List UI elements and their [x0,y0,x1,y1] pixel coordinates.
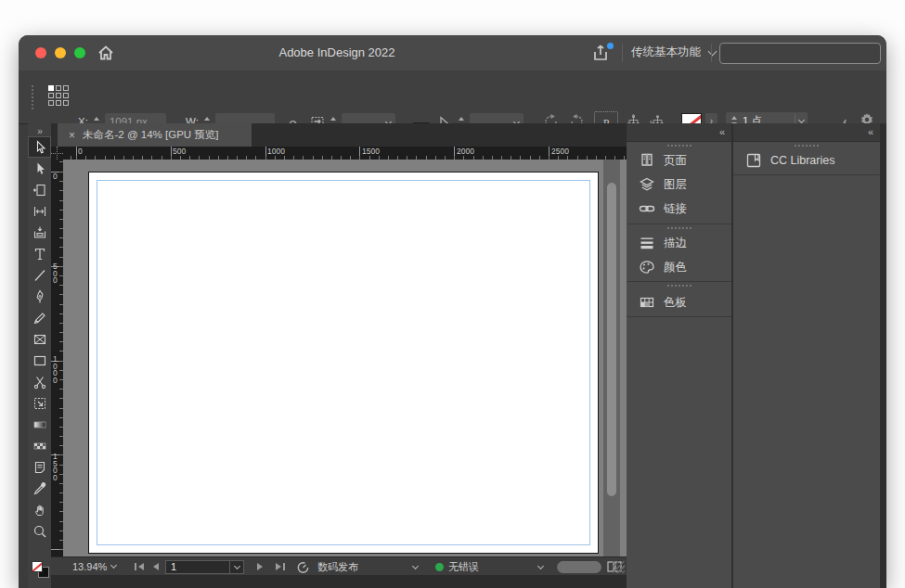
document-tab-title: 未命名-2 @ 14% [GPU 预览] [83,128,219,142]
panel-button-links[interactable]: 链接 [627,197,731,221]
layers-icon [639,176,655,193]
preflight-profile-dropdown[interactable]: 数码发布 [317,557,358,576]
rectangle-frame-tool[interactable] [28,328,51,350]
page-list-dropdown[interactable] [230,560,244,574]
preflight-profile-label: 数码发布 [317,560,358,574]
dock-drag-handle[interactable] [667,285,692,287]
first-page-button[interactable] [135,557,144,576]
h-ruler-label: 0 [78,147,83,156]
panel-label: CC Libraries [770,154,834,167]
workspace-label: 传统基本功能 [631,45,701,60]
chevron-down-icon[interactable] [798,117,805,123]
hand-tool[interactable] [28,499,51,520]
rectangle-tool[interactable] [28,350,51,371]
type-tool-icon [32,247,47,262]
dock-drag-handle[interactable] [667,145,692,147]
panel-button-color[interactable]: 颜色 [627,255,731,279]
close-tab-icon[interactable]: × [69,129,75,142]
resize-grip[interactable] [613,561,625,573]
preflight-gauge-icon[interactable] [296,557,310,576]
cc-libraries-icon [745,152,762,169]
collapse-panels-icon[interactable]: « [719,126,724,137]
selection-tool[interactable] [28,136,51,158]
home-icon[interactable] [97,44,115,62]
zoom-window-button[interactable] [74,47,85,58]
page-tool[interactable] [28,179,51,200]
panel-label: 图层 [664,177,687,193]
horizontal-ruler[interactable]: 0 500 1000 1500 2000 2500 [63,147,627,160]
direct-selection-tool-icon [32,161,47,176]
reference-point-proxy[interactable] [48,85,69,106]
search-input[interactable] [720,44,880,63]
minimize-window-button[interactable] [55,47,66,58]
panel-label: 色板 [664,295,687,311]
ruler-origin[interactable] [51,147,64,160]
dock-drag-handle[interactable] [667,227,692,229]
gradient-feather-tool[interactable] [28,435,51,456]
gradient-swatch-tool-icon [32,417,47,432]
pen-tool[interactable] [28,286,51,307]
hand-tool-icon [32,503,47,518]
chevron-down-icon [110,562,117,569]
vertical-scrollbar-thumb[interactable] [607,183,616,496]
document-page[interactable] [88,172,599,554]
content-collector-tool[interactable] [28,222,51,243]
close-window-button[interactable] [35,47,46,58]
dock-divider [627,281,731,282]
rectangle-frame-tool-icon [32,332,47,347]
pencil-tool[interactable] [28,307,51,328]
panel-dock-1: « 页面 图层 链接 描边 颜色 色板 [627,123,731,588]
direct-selection-tool[interactable] [28,158,51,179]
content-collector-tool-icon [32,225,47,240]
scissors-tool[interactable] [28,371,51,392]
titlebar: Adobe InDesign 2022 传统基本功能 [19,35,886,71]
fill-stroke-mini-swatches[interactable] [32,561,50,582]
expand-panel-icon[interactable]: » [28,126,51,136]
panel-button-stroke[interactable]: 描边 [627,231,731,255]
horizontal-scrollbar-thumb[interactable] [557,561,601,573]
window-title: Adobe InDesign 2022 [253,45,420,59]
workspace-switcher[interactable]: 传统基本功能 [631,45,716,60]
eyedropper-tool[interactable] [28,478,51,499]
dock-drag-handle[interactable] [795,145,819,147]
chevron-down-icon [708,46,718,56]
titlebar-divider [622,44,623,62]
document-tab-bar: × 未命名-2 @ 14% [GPU 预览] [51,123,627,147]
last-page-button[interactable] [276,557,285,576]
panel-button-cc-libraries[interactable]: CC Libraries [733,148,880,173]
chevron-down-icon[interactable] [537,563,544,569]
gap-tool[interactable] [28,200,51,222]
selection-tool-icon [32,140,47,155]
mini-fill-swatch[interactable] [32,561,43,572]
zoom-tool[interactable] [28,520,51,542]
previous-page-button[interactable] [153,557,159,576]
document-tab[interactable]: × 未命名-2 @ 14% [GPU 预览] [58,123,252,147]
document-area: × 未命名-2 @ 14% [GPU 预览] 0 500 1000 1500 2… [51,123,627,588]
panel-button-pages[interactable]: 页面 [627,148,731,173]
note-tool[interactable] [28,456,51,478]
panel-button-layers[interactable]: 图层 [627,173,731,197]
h-ruler-label: 1500 [362,147,380,156]
line-tool[interactable] [28,264,51,286]
gradient-swatch-tool[interactable] [28,414,51,435]
panel-label: 颜色 [664,260,687,275]
type-tool[interactable] [28,243,51,264]
vertical-ruler[interactable]: 0 500 1000 1500 [51,160,64,556]
zoom-level-dropdown[interactable]: 13.94% [72,557,116,576]
v-ruler-label: 0 [53,173,59,181]
panel-label: 页面 [664,153,687,169]
panel-button-swatches[interactable]: 色板 [627,290,731,314]
h-ruler-label: 2000 [457,147,474,156]
pasteboard[interactable] [63,160,627,556]
collapse-panels-icon[interactable]: « [868,126,873,137]
search-box[interactable] [719,43,881,64]
free-transform-tool[interactable] [28,392,51,414]
page-number-control[interactable]: 1 [165,557,244,576]
swatches-icon [639,294,655,311]
panel-drag-handle[interactable] [32,85,36,109]
preflight-status[interactable]: 无错误 [435,557,479,576]
note-tool-icon [32,460,47,475]
chevron-down-icon[interactable] [412,563,419,569]
next-page-button[interactable] [257,557,263,576]
page-number-input[interactable]: 1 [165,560,230,574]
